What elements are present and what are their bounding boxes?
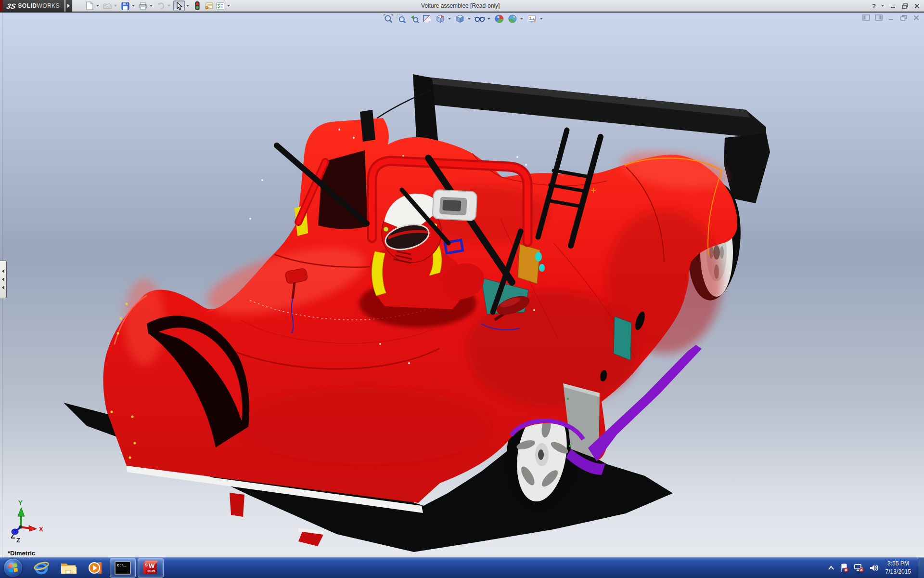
logo-3s-glyph: 3S [6,2,16,10]
print-button[interactable] [138,1,148,11]
select-cursor-icon [176,2,182,10]
eyeglasses-icon [475,14,485,24]
interference-detection-button[interactable] [192,1,203,11]
window-title: Voiture assemblee [Read-only] [421,0,500,12]
window-controls: ? [869,0,922,12]
media-player-icon [88,560,103,576]
dropdown-arrow-icon[interactable] [227,5,230,7]
featuremanager-pane-left-button[interactable] [861,13,871,22]
triad-y-label: Y [18,499,23,506]
graphics-viewport[interactable]: Y X Z *Dimetric [0,12,924,558]
display-style-button[interactable] [454,13,466,24]
solidworks-logo: 3S SOLID WORKS [0,0,72,12]
dropdown-arrow-icon[interactable] [881,5,884,7]
close-icon [913,15,919,21]
headsup-view-toolbar [383,13,545,25]
action-center-flag-icon[interactable] [839,563,849,573]
right-arrow-icon [67,4,70,8]
triad-z-label: Z [16,537,20,544]
restore-button[interactable] [899,1,910,10]
open-document-button[interactable] [102,1,113,11]
dropdown-arrow-icon[interactable] [186,5,189,7]
dropdown-arrow-icon[interactable] [540,18,543,20]
zoom-to-fit-button[interactable] [383,13,394,24]
feature-tree-collapsed-tab[interactable] [0,261,7,298]
section-view-button[interactable] [422,13,433,24]
taskbar-command-prompt[interactable]: C:\_ [110,558,136,578]
apply-scene-icon [508,14,517,24]
help-button[interactable]: ? [869,1,879,10]
view-orientation-icon [436,14,445,24]
design-checker-button[interactable] [215,1,226,11]
close-icon [914,3,920,9]
restore-icon [900,15,907,21]
minimize-button[interactable] [887,1,898,10]
comment-button[interactable] [204,1,214,11]
hide-show-items-button[interactable] [474,13,486,24]
main-toolbar [84,0,232,11]
volume-icon[interactable] [869,564,879,572]
open-document-icon [103,2,112,10]
car-assembly-model[interactable] [0,12,924,558]
start-button[interactable] [4,559,22,577]
appearance-ball-icon [495,14,504,24]
rearview-mirror [432,190,477,221]
taskbar-media-player[interactable] [83,559,108,577]
show-hidden-icons-button[interactable] [828,565,834,570]
system-tray: 3:55 PM 7/13/2015 [828,558,924,578]
dropdown-arrow-icon[interactable] [114,5,117,7]
minimize-icon [890,3,896,8]
undo-icon [156,2,165,10]
dropdown-arrow-icon[interactable] [150,5,153,7]
network-status-icon[interactable] [854,563,864,573]
menu-expand-arrow[interactable] [65,0,72,12]
dropdown-arrow-icon[interactable] [96,5,99,7]
view-orientation-label: *Dimetric [8,550,35,557]
featuremanager-pane-right-button[interactable] [874,13,884,22]
view-settings-button[interactable] [526,13,538,24]
zoom-to-area-button[interactable] [396,13,407,24]
restore-icon [902,3,908,9]
title-bar: 3S SOLID WORKS [0,0,924,13]
minimize-icon [888,15,894,20]
solidworks-2015-icon: S W 2015 [143,561,158,575]
select-cursor-button[interactable] [173,0,185,11]
dropdown-arrow-icon[interactable] [132,5,135,7]
left-arrow-icon [2,277,4,281]
new-document-button[interactable] [84,1,95,11]
undo-button[interactable] [155,1,166,11]
taskbar-solidworks[interactable]: S W 2015 [138,558,164,578]
internet-explorer-icon [34,560,49,576]
traffic-light-icon [195,1,200,10]
dropdown-arrow-icon[interactable] [468,18,471,20]
taskbar-internet-explorer[interactable] [29,559,54,577]
previous-view-button[interactable] [409,13,420,24]
zoom-to-area-icon [397,14,406,24]
close-button[interactable] [911,1,922,10]
save-button[interactable] [120,1,130,11]
taskbar-file-explorer[interactable] [56,559,81,577]
view-settings-icon [527,14,537,24]
command-prompt-icon: C:\_ [115,561,131,575]
doc-close-button[interactable] [911,13,921,22]
document-window-controls [861,13,921,22]
triad-x-label: X [39,525,43,533]
left-arrow-icon [2,269,4,273]
dropdown-arrow-icon[interactable] [448,18,451,20]
edit-appearance-button[interactable] [494,13,505,24]
taskbar-clock[interactable]: 3:55 PM 7/13/2015 [886,560,911,576]
dropdown-arrow-icon[interactable] [167,5,170,7]
show-desktop-button[interactable] [918,558,924,578]
doc-minimize-button[interactable] [886,13,896,22]
view-orientation-button[interactable] [435,13,446,24]
clock-time: 3:55 PM [886,560,911,568]
logo-solid: SOLID [18,2,37,9]
section-view-icon [423,14,432,24]
left-arrow-icon [2,286,4,289]
new-document-icon [86,1,94,10]
apply-scene-button[interactable] [507,13,518,24]
doc-restore-button[interactable] [899,13,909,22]
logo-works: WORKS [37,2,60,9]
dropdown-arrow-icon[interactable] [520,18,523,20]
dropdown-arrow-icon[interactable] [488,18,490,20]
